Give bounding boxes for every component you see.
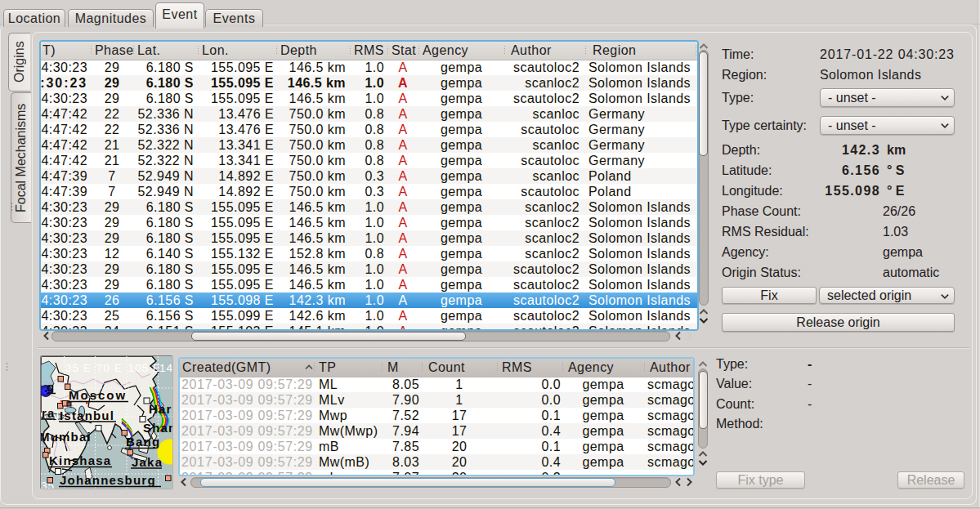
svg-text:Mumbai: Mumbai xyxy=(41,430,92,444)
svg-text:14: 14 xyxy=(159,361,173,373)
svg-text:Bang: Bang xyxy=(126,435,160,449)
svg-text:Shan: Shan xyxy=(143,420,173,434)
svg-text:Istanbul: Istanbul xyxy=(60,408,114,422)
svg-text:ra: ra xyxy=(42,405,56,419)
svg-text:Har: Har xyxy=(149,401,172,415)
svg-text:35 E: 35 E xyxy=(65,361,92,373)
svg-text:Johannesburg: Johannesburg xyxy=(60,473,156,487)
svg-text:g: g xyxy=(47,380,55,394)
svg-text:Kinshasa: Kinshasa xyxy=(49,453,111,467)
svg-text:Moscow: Moscow xyxy=(69,388,127,402)
svg-text:70 E: 70 E xyxy=(96,361,123,373)
svg-text:Jaka: Jaka xyxy=(132,454,163,468)
svg-text:105 E: 105 E xyxy=(128,361,161,373)
